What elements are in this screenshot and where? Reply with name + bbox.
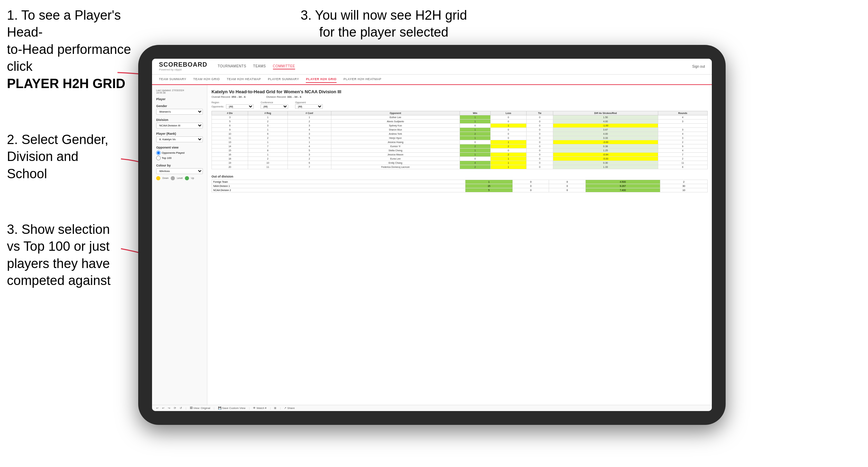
col-conf: # Conf xyxy=(287,111,331,115)
out-table-row: Foreign Team 1 0 0 4.500 2 xyxy=(212,180,708,184)
toolbar-view-original[interactable]: 🖼 View: Original xyxy=(190,407,210,410)
out-table-row: NCAA Division 2 5 0 0 7.400 10 xyxy=(212,188,708,192)
out-of-division-table: Foreign Team 1 0 0 4.500 2 NAIA Division… xyxy=(211,180,708,192)
tablet-screen: SCOREBOARD Powered by clippd TOURNAMENTS… xyxy=(152,59,712,411)
subnav-player-h2h-heatmap[interactable]: PLAYER H2H HEATMAP xyxy=(343,76,381,83)
nav-items: TOURNAMENTS TEAMS COMMITTEE xyxy=(218,64,682,69)
grid-records: Overall Record: 353 - 34 - 6 Division Re… xyxy=(211,95,708,98)
logo-text: SCOREBOARD xyxy=(159,61,207,68)
colour-label-level: Level xyxy=(177,177,183,179)
nav-teams[interactable]: TEAMS xyxy=(253,64,266,69)
instruction-bottom-left: 3. Show selection vs Top 100 or just pla… xyxy=(7,221,111,289)
sidebar-gender-section: Gender Women's Men's xyxy=(156,104,203,115)
instruction-top-left: 1. To see a Player's Head- to-Head perfo… xyxy=(7,7,152,92)
table-row: 10 6 3 Andrea York 2 0 0 4.00 4 xyxy=(212,132,708,136)
sign-out-btn[interactable]: Sign out xyxy=(692,65,705,68)
player-rank-select[interactable]: 8. Katelyn Vo xyxy=(156,136,203,142)
grid-area: Katelyn Vo Head-to-Head Grid for Women's… xyxy=(207,85,712,405)
tablet-frame: SCOREBOARD Powered by clippd TOURNAMENTS… xyxy=(138,45,726,425)
col-opponent: Opponent xyxy=(331,111,460,115)
filter-region: Region Opponents: (All) xyxy=(211,101,254,109)
sidebar-division-section: Division NCAA Division III NCAA Division… xyxy=(156,118,203,128)
sub-nav: TEAM SUMMARY TEAM H2H GRID TEAM H2H HEAT… xyxy=(152,75,712,85)
col-diff: Diff Av Strokes/Rnd xyxy=(553,111,658,115)
toolbar-share[interactable]: ↗ Share xyxy=(284,407,295,410)
table-row: 15 8 5 Stella Cheng 1 0 0 1.25 4 xyxy=(212,148,708,152)
colour-dot-down xyxy=(156,176,160,180)
table-row: 11 2 5 Heejo Hyun 1 0 0 3.33 3 xyxy=(212,136,708,140)
subnav-team-summary[interactable]: TEAM SUMMARY xyxy=(159,76,186,83)
col-div: # Div xyxy=(212,111,248,115)
main-content: Last Updated: 27/03/2024 16:55:38 Player… xyxy=(152,85,712,405)
table-row: 16 1 3 Jessica Mason 1 2 0 -0.94 7 xyxy=(212,152,708,156)
gender-select[interactable]: Women's Men's xyxy=(156,109,203,115)
out-of-division-header: Out of division xyxy=(211,175,708,178)
instruction-mid-left: 2. Select Gender, Division and School xyxy=(7,131,108,182)
table-row: 14 7 4 Eunice Yi 2 2 0 0.38 9 xyxy=(212,144,708,148)
last-updated: Last Updated: 27/03/2024 16:55:38 xyxy=(156,89,203,94)
table-row: 20 11 7 Federica Domecq Lacroze 2 1 0 1.… xyxy=(212,165,708,169)
opponent-view-radios: Opponents Played Top 100 xyxy=(156,151,203,160)
toolbar: ↩ ↩ ↪ ⟳ ↺ | 🖼 View: Original | 💾 Save Cu… xyxy=(152,405,712,411)
sidebar-opponent-view-section: Opponent view Opponents Played Top 100 xyxy=(156,146,203,160)
table-row: 13 1 1 Jessica Huang 0 1 0 -3.00 2 xyxy=(212,140,708,144)
table-row: 19 10 6 Emily Chang 4 1 0 0.30 11 xyxy=(212,161,708,165)
logo-area: SCOREBOARD Powered by clippd xyxy=(159,61,207,72)
app-header: SCOREBOARD Powered by clippd TOURNAMENTS… xyxy=(152,59,712,75)
toolbar-save-custom[interactable]: 💾 Save Custom View xyxy=(218,407,246,410)
table-row: 5 2 2 Alexis Sudjianto 1 0 0 4.00 3 xyxy=(212,119,708,123)
table-row: 18 2 2 Euna Lee 0 1 0 -5.00 2 xyxy=(212,156,708,161)
table-row: 6 3 3 Sydney Kuo 0 1 0 -1.00 xyxy=(212,123,708,127)
colour-select[interactable]: Win/loss xyxy=(156,168,203,174)
subnav-team-h2h-heatmap[interactable]: TEAM H2H HEATMAP xyxy=(227,76,261,83)
conference-select[interactable]: (All) xyxy=(261,104,288,109)
division-record: Division Record: 331 - 34 - 6 xyxy=(266,95,301,98)
toolbar-watch[interactable]: 👁 Watch ▾ xyxy=(253,407,266,410)
col-reg: # Reg xyxy=(248,111,288,115)
col-rounds: Rounds xyxy=(658,111,707,115)
sidebar: Last Updated: 27/03/2024 16:55:38 Player… xyxy=(152,85,207,405)
toolbar-reset[interactable]: ↺ xyxy=(180,407,182,410)
toolbar-undo[interactable]: ↩ xyxy=(156,407,159,410)
table-row: 3 1 1 Esther Lee 1 0 0 1.50 4 xyxy=(212,115,708,119)
out-table-row: NAIA Division 1 15 0 0 9.267 30 xyxy=(212,184,708,188)
subnav-player-summary[interactable]: PLAYER SUMMARY xyxy=(268,76,299,83)
logo-sub: Powered by clippd xyxy=(159,68,207,72)
toolbar-layout[interactable]: ⊞ xyxy=(274,407,276,410)
toolbar-history[interactable]: ⟳ xyxy=(174,407,176,410)
col-loss: Loss xyxy=(491,111,527,115)
colour-dot-up xyxy=(185,176,189,180)
sidebar-colour-section: Colour by Win/loss Down Level Up xyxy=(156,164,203,180)
grid-title: Katelyn Vo Head-to-Head Grid for Women's… xyxy=(211,89,708,94)
radio-top100[interactable]: Top 100 xyxy=(156,156,203,160)
filter-conference: Conference (All) xyxy=(261,101,288,109)
opponent-select[interactable]: (All) xyxy=(295,104,323,109)
nav-committee[interactable]: COMMITTEE xyxy=(273,64,295,69)
radio-opponents-played[interactable]: Opponents Played xyxy=(156,151,203,155)
colour-label-up: Up xyxy=(191,177,194,179)
sidebar-player-rank-section: Player (Rank) 8. Katelyn Vo xyxy=(156,132,203,142)
instruction-top-right: 3. You will now see H2H grid for the pla… xyxy=(301,7,467,41)
division-select[interactable]: NCAA Division III NCAA Division I NCAA D… xyxy=(156,123,203,128)
sidebar-player-section: Player xyxy=(156,97,203,101)
filter-opponent: Opponent (All) xyxy=(295,101,323,109)
col-tie: Tie xyxy=(526,111,553,115)
subnav-player-h2h-grid[interactable]: PLAYER H2H GRID xyxy=(306,76,337,83)
colour-legend: Down Level Up xyxy=(156,176,203,180)
table-row: 9 1 4 Sharon Mun 1 0 0 3.67 3 xyxy=(212,127,708,132)
toolbar-redo[interactable]: ↪ xyxy=(168,407,170,410)
subnav-team-h2h-grid[interactable]: TEAM H2H GRID xyxy=(193,76,220,83)
toolbar-undo2[interactable]: ↩ xyxy=(162,407,164,410)
overall-record: Overall Record: 353 - 34 - 6 xyxy=(211,95,246,98)
filters-row: Region Opponents: (All) Conference (All) xyxy=(211,101,708,109)
colour-dot-level xyxy=(171,176,175,180)
nav-tournaments[interactable]: TOURNAMENTS xyxy=(218,64,246,69)
region-select[interactable]: (All) xyxy=(226,104,254,109)
col-win: Win xyxy=(460,111,491,115)
colour-label-down: Down xyxy=(162,177,169,179)
h2h-table: # Div # Reg # Conf Opponent Win Loss Tie… xyxy=(211,111,708,169)
